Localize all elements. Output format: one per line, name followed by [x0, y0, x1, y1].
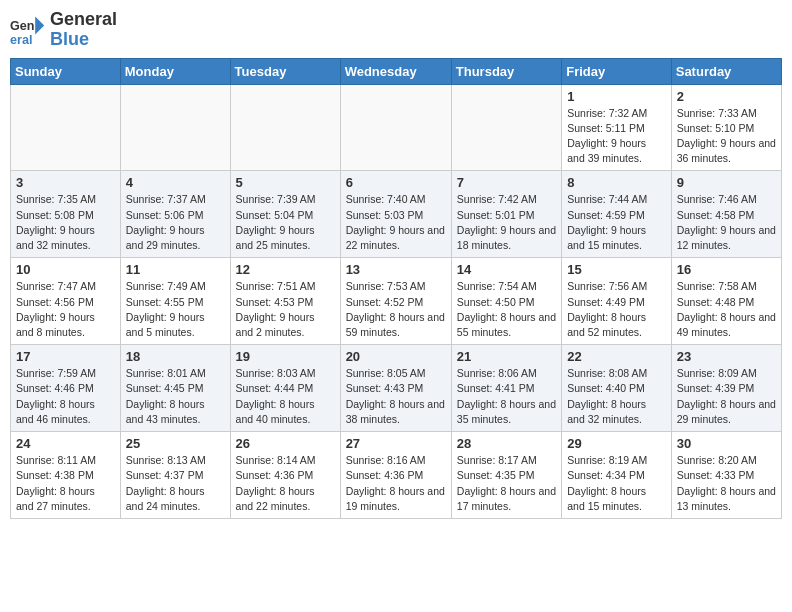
logo-line2: Blue: [50, 30, 117, 50]
day-number: 15: [567, 262, 666, 277]
day-header-sunday: Sunday: [11, 58, 121, 84]
day-info: Sunrise: 7:37 AM Sunset: 5:06 PM Dayligh…: [126, 192, 225, 253]
day-info: Sunrise: 7:58 AM Sunset: 4:48 PM Dayligh…: [677, 279, 776, 340]
logo: Gen eral General Blue: [10, 10, 117, 50]
day-info: Sunrise: 7:49 AM Sunset: 4:55 PM Dayligh…: [126, 279, 225, 340]
day-header-friday: Friday: [562, 58, 672, 84]
day-info: Sunrise: 7:54 AM Sunset: 4:50 PM Dayligh…: [457, 279, 556, 340]
calendar-header-row: SundayMondayTuesdayWednesdayThursdayFrid…: [11, 58, 782, 84]
day-number: 17: [16, 349, 115, 364]
calendar-cell: 15Sunrise: 7:56 AM Sunset: 4:49 PM Dayli…: [562, 258, 672, 345]
calendar-cell: [230, 84, 340, 171]
day-info: Sunrise: 7:39 AM Sunset: 5:04 PM Dayligh…: [236, 192, 335, 253]
day-header-saturday: Saturday: [671, 58, 781, 84]
day-number: 20: [346, 349, 446, 364]
calendar-cell: 18Sunrise: 8:01 AM Sunset: 4:45 PM Dayli…: [120, 345, 230, 432]
calendar-cell: 16Sunrise: 7:58 AM Sunset: 4:48 PM Dayli…: [671, 258, 781, 345]
day-number: 23: [677, 349, 776, 364]
day-info: Sunrise: 7:33 AM Sunset: 5:10 PM Dayligh…: [677, 106, 776, 167]
day-header-tuesday: Tuesday: [230, 58, 340, 84]
logo-line1: General: [50, 10, 117, 30]
day-info: Sunrise: 8:01 AM Sunset: 4:45 PM Dayligh…: [126, 366, 225, 427]
calendar-cell: 13Sunrise: 7:53 AM Sunset: 4:52 PM Dayli…: [340, 258, 451, 345]
day-info: Sunrise: 8:17 AM Sunset: 4:35 PM Dayligh…: [457, 453, 556, 514]
day-number: 18: [126, 349, 225, 364]
day-info: Sunrise: 7:46 AM Sunset: 4:58 PM Dayligh…: [677, 192, 776, 253]
header-top: Gen eral General Blue: [10, 10, 782, 50]
day-number: 2: [677, 89, 776, 104]
day-number: 27: [346, 436, 446, 451]
day-number: 24: [16, 436, 115, 451]
day-number: 21: [457, 349, 556, 364]
calendar-cell: [451, 84, 561, 171]
calendar-cell: 9Sunrise: 7:46 AM Sunset: 4:58 PM Daylig…: [671, 171, 781, 258]
calendar: SundayMondayTuesdayWednesdayThursdayFrid…: [10, 58, 782, 519]
day-info: Sunrise: 7:44 AM Sunset: 4:59 PM Dayligh…: [567, 192, 666, 253]
day-number: 25: [126, 436, 225, 451]
day-info: Sunrise: 7:51 AM Sunset: 4:53 PM Dayligh…: [236, 279, 335, 340]
calendar-week-4: 17Sunrise: 7:59 AM Sunset: 4:46 PM Dayli…: [11, 345, 782, 432]
day-number: 14: [457, 262, 556, 277]
calendar-cell: 22Sunrise: 8:08 AM Sunset: 4:40 PM Dayli…: [562, 345, 672, 432]
day-info: Sunrise: 7:56 AM Sunset: 4:49 PM Dayligh…: [567, 279, 666, 340]
calendar-cell: 25Sunrise: 8:13 AM Sunset: 4:37 PM Dayli…: [120, 432, 230, 519]
day-info: Sunrise: 7:47 AM Sunset: 4:56 PM Dayligh…: [16, 279, 115, 340]
day-number: 4: [126, 175, 225, 190]
day-info: Sunrise: 8:03 AM Sunset: 4:44 PM Dayligh…: [236, 366, 335, 427]
day-number: 29: [567, 436, 666, 451]
day-number: 11: [126, 262, 225, 277]
day-number: 26: [236, 436, 335, 451]
calendar-cell: 30Sunrise: 8:20 AM Sunset: 4:33 PM Dayli…: [671, 432, 781, 519]
day-number: 3: [16, 175, 115, 190]
day-info: Sunrise: 8:11 AM Sunset: 4:38 PM Dayligh…: [16, 453, 115, 514]
day-number: 13: [346, 262, 446, 277]
calendar-cell: 1Sunrise: 7:32 AM Sunset: 5:11 PM Daylig…: [562, 84, 672, 171]
day-number: 1: [567, 89, 666, 104]
day-info: Sunrise: 7:32 AM Sunset: 5:11 PM Dayligh…: [567, 106, 666, 167]
day-info: Sunrise: 8:14 AM Sunset: 4:36 PM Dayligh…: [236, 453, 335, 514]
calendar-cell: 2Sunrise: 7:33 AM Sunset: 5:10 PM Daylig…: [671, 84, 781, 171]
day-number: 28: [457, 436, 556, 451]
day-number: 7: [457, 175, 556, 190]
calendar-cell: 27Sunrise: 8:16 AM Sunset: 4:36 PM Dayli…: [340, 432, 451, 519]
calendar-cell: 28Sunrise: 8:17 AM Sunset: 4:35 PM Dayli…: [451, 432, 561, 519]
calendar-cell: 29Sunrise: 8:19 AM Sunset: 4:34 PM Dayli…: [562, 432, 672, 519]
calendar-cell: 5Sunrise: 7:39 AM Sunset: 5:04 PM Daylig…: [230, 171, 340, 258]
calendar-cell: 3Sunrise: 7:35 AM Sunset: 5:08 PM Daylig…: [11, 171, 121, 258]
day-info: Sunrise: 8:08 AM Sunset: 4:40 PM Dayligh…: [567, 366, 666, 427]
day-header-wednesday: Wednesday: [340, 58, 451, 84]
calendar-cell: 14Sunrise: 7:54 AM Sunset: 4:50 PM Dayli…: [451, 258, 561, 345]
day-number: 9: [677, 175, 776, 190]
calendar-cell: 6Sunrise: 7:40 AM Sunset: 5:03 PM Daylig…: [340, 171, 451, 258]
day-info: Sunrise: 7:53 AM Sunset: 4:52 PM Dayligh…: [346, 279, 446, 340]
calendar-cell: [120, 84, 230, 171]
calendar-cell: [340, 84, 451, 171]
day-info: Sunrise: 7:42 AM Sunset: 5:01 PM Dayligh…: [457, 192, 556, 253]
day-info: Sunrise: 7:40 AM Sunset: 5:03 PM Dayligh…: [346, 192, 446, 253]
day-info: Sunrise: 8:20 AM Sunset: 4:33 PM Dayligh…: [677, 453, 776, 514]
day-info: Sunrise: 8:13 AM Sunset: 4:37 PM Dayligh…: [126, 453, 225, 514]
day-number: 6: [346, 175, 446, 190]
calendar-cell: 11Sunrise: 7:49 AM Sunset: 4:55 PM Dayli…: [120, 258, 230, 345]
svg-text:Gen: Gen: [10, 19, 35, 33]
calendar-cell: 26Sunrise: 8:14 AM Sunset: 4:36 PM Dayli…: [230, 432, 340, 519]
calendar-week-5: 24Sunrise: 8:11 AM Sunset: 4:38 PM Dayli…: [11, 432, 782, 519]
day-info: Sunrise: 8:09 AM Sunset: 4:39 PM Dayligh…: [677, 366, 776, 427]
calendar-cell: 4Sunrise: 7:37 AM Sunset: 5:06 PM Daylig…: [120, 171, 230, 258]
calendar-cell: 7Sunrise: 7:42 AM Sunset: 5:01 PM Daylig…: [451, 171, 561, 258]
day-info: Sunrise: 8:05 AM Sunset: 4:43 PM Dayligh…: [346, 366, 446, 427]
day-info: Sunrise: 8:06 AM Sunset: 4:41 PM Dayligh…: [457, 366, 556, 427]
calendar-cell: 17Sunrise: 7:59 AM Sunset: 4:46 PM Dayli…: [11, 345, 121, 432]
day-info: Sunrise: 7:59 AM Sunset: 4:46 PM Dayligh…: [16, 366, 115, 427]
day-header-thursday: Thursday: [451, 58, 561, 84]
day-number: 22: [567, 349, 666, 364]
calendar-cell: [11, 84, 121, 171]
day-info: Sunrise: 8:19 AM Sunset: 4:34 PM Dayligh…: [567, 453, 666, 514]
day-number: 10: [16, 262, 115, 277]
calendar-cell: 10Sunrise: 7:47 AM Sunset: 4:56 PM Dayli…: [11, 258, 121, 345]
day-number: 16: [677, 262, 776, 277]
calendar-week-2: 3Sunrise: 7:35 AM Sunset: 5:08 PM Daylig…: [11, 171, 782, 258]
day-number: 19: [236, 349, 335, 364]
day-info: Sunrise: 8:16 AM Sunset: 4:36 PM Dayligh…: [346, 453, 446, 514]
calendar-week-1: 1Sunrise: 7:32 AM Sunset: 5:11 PM Daylig…: [11, 84, 782, 171]
